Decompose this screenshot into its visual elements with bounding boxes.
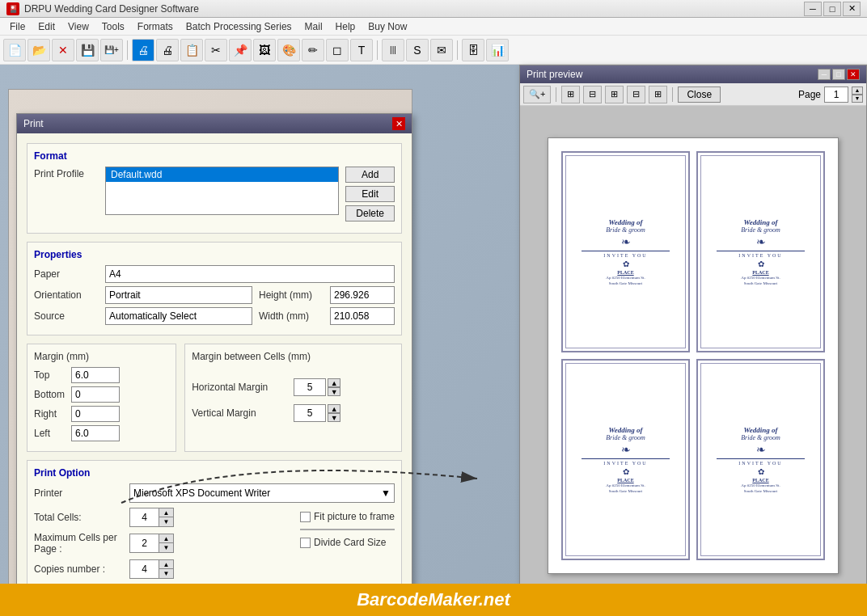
copies-spinner[interactable]: ▲ ▼ [129, 559, 174, 579]
barcode-button[interactable]: ||| [382, 39, 404, 61]
copies-label: Copies number : [34, 563, 123, 575]
preview-minimize-button[interactable]: ─ [818, 69, 831, 80]
maximize-button[interactable]: □ [823, 2, 841, 16]
vertical-input[interactable] [294, 404, 326, 422]
menu-file[interactable]: File [3, 19, 32, 34]
menu-help[interactable]: Help [329, 19, 362, 34]
right-input[interactable] [71, 406, 120, 422]
total-cells-input[interactable] [130, 508, 159, 526]
max-cells-up[interactable]: ▲ [159, 534, 173, 543]
print2-button[interactable]: 🖨 [156, 39, 179, 61]
save-button[interactable]: 💾 [76, 39, 99, 61]
preview-close-btn[interactable]: Close [678, 86, 721, 103]
preview-window-controls: ─ □ ✕ [818, 69, 860, 80]
horiz-up-button[interactable]: ▲ [328, 378, 340, 387]
menu-tools[interactable]: Tools [95, 19, 131, 34]
top-input[interactable] [71, 367, 120, 383]
margins-row: Margin (mm) Top Bottom Right [27, 344, 402, 452]
page-down-button[interactable]: ▼ [852, 95, 863, 103]
close-button[interactable]: ✕ [843, 2, 861, 16]
paper-label: Paper [34, 268, 99, 280]
width-input[interactable] [330, 307, 395, 325]
divide-card-label[interactable]: Divide Card Size [300, 537, 395, 548]
printer-label: Printer [34, 487, 123, 499]
view-btn-1[interactable]: ⊞ [561, 86, 580, 103]
view-btn-4[interactable]: ⊟ [627, 86, 645, 103]
save-as-button[interactable]: 💾+ [100, 39, 123, 61]
dialog-close-button[interactable]: ✕ [392, 117, 405, 130]
bottom-input[interactable] [71, 386, 120, 403]
zoom-in-button[interactable]: 🔍+ [523, 86, 551, 103]
main-area: dding of & groom INVITE YOU ✿ PLACE 50 E… [0, 65, 867, 616]
left-input[interactable] [71, 425, 120, 441]
divide-card-checkbox[interactable] [300, 538, 311, 548]
horizontal-spinner[interactable]: ▲ ▼ [294, 378, 340, 396]
menu-mail[interactable]: Mail [298, 19, 329, 34]
preview-close-button[interactable]: ✕ [847, 69, 860, 80]
page-input[interactable] [824, 86, 848, 103]
divide-card-text: Divide Card Size [314, 537, 386, 548]
orientation-input[interactable] [105, 286, 252, 304]
menu-view[interactable]: View [61, 19, 95, 34]
edit-button[interactable]: Edit [345, 186, 395, 202]
view-btn-5[interactable]: ⊞ [649, 86, 667, 103]
source-label: Source [34, 310, 99, 322]
db1-button[interactable]: 🗄 [462, 39, 484, 61]
vert-up-button[interactable]: ▲ [328, 404, 340, 413]
pencil-button[interactable]: ✏ [302, 39, 324, 61]
open-button[interactable]: 📂 [27, 39, 50, 61]
printer-select[interactable]: Microsoft XPS Document Writer ▼ [129, 483, 395, 503]
menu-buy[interactable]: Buy Now [362, 19, 413, 34]
fit-picture-label[interactable]: Fit picture to frame [300, 511, 395, 522]
card4-subtitle: Bride & groom [741, 434, 780, 441]
db2-button[interactable]: 📊 [486, 39, 509, 61]
vertical-spinner[interactable]: ▲ ▼ [294, 404, 340, 422]
cut-button[interactable]: ✂ [205, 39, 227, 61]
properties-label: Properties [34, 249, 395, 260]
menu-batch[interactable]: Batch Processing Series [180, 19, 298, 34]
fit-picture-checkbox[interactable] [300, 512, 311, 522]
new-button[interactable]: 📄 [3, 39, 26, 61]
paste-button[interactable]: 📌 [229, 39, 252, 61]
total-cells-down[interactable]: ▼ [159, 517, 173, 526]
horizontal-input[interactable] [294, 378, 326, 396]
vert-down-button[interactable]: ▼ [328, 413, 340, 422]
max-cells-spinner[interactable]: ▲ ▼ [129, 534, 174, 553]
copies-down[interactable]: ▼ [159, 569, 173, 578]
total-cells-spinner[interactable]: ▲ ▼ [129, 508, 174, 527]
menu-formats[interactable]: Formats [131, 19, 180, 34]
card1-title: Wedding of [608, 218, 642, 226]
title-bar: 🎴 DRPU Wedding Card Designer Software ─ … [0, 0, 867, 18]
image-button[interactable]: 🖼 [253, 39, 276, 61]
delete-button[interactable]: Delete [345, 205, 395, 222]
source-input[interactable] [105, 307, 252, 325]
email-button[interactable]: ✉ [430, 39, 453, 61]
view-btn-2[interactable]: ⊟ [583, 86, 602, 103]
menu-edit[interactable]: Edit [32, 19, 61, 34]
page-up-button[interactable]: ▲ [852, 86, 863, 95]
color-button[interactable]: 🎨 [277, 39, 300, 61]
copies-input[interactable] [130, 560, 159, 578]
close-file-button[interactable]: ✕ [52, 39, 74, 61]
add-button[interactable]: Add [345, 167, 395, 183]
shape-button[interactable]: ◻ [326, 39, 349, 61]
height-input[interactable] [330, 286, 395, 304]
copies-up[interactable]: ▲ [159, 560, 173, 569]
view-btn-3[interactable]: ⊞ [605, 86, 624, 103]
preview-maximize-button[interactable]: □ [832, 69, 845, 80]
symbol-button[interactable]: S [406, 39, 429, 61]
horiz-down-button[interactable]: ▼ [328, 387, 340, 396]
total-cells-up[interactable]: ▲ [159, 508, 173, 517]
paper-input[interactable] [105, 265, 395, 283]
profile-list[interactable]: Default.wdd [105, 167, 339, 215]
max-cells-down[interactable]: ▼ [159, 543, 173, 552]
format-section: Format Print Profile Default.wdd Add Edi… [27, 143, 402, 234]
minimize-button[interactable]: ─ [804, 2, 822, 16]
profile-item-default[interactable]: Default.wdd [106, 167, 338, 182]
max-cells-input[interactable] [130, 534, 159, 552]
print-button[interactable]: 🖨 [132, 39, 154, 61]
card3-ornament2: ✿ [623, 467, 629, 476]
copy-button[interactable]: 📋 [180, 39, 203, 61]
toolbar-sep-3 [457, 40, 458, 60]
text-button[interactable]: T [350, 39, 373, 61]
